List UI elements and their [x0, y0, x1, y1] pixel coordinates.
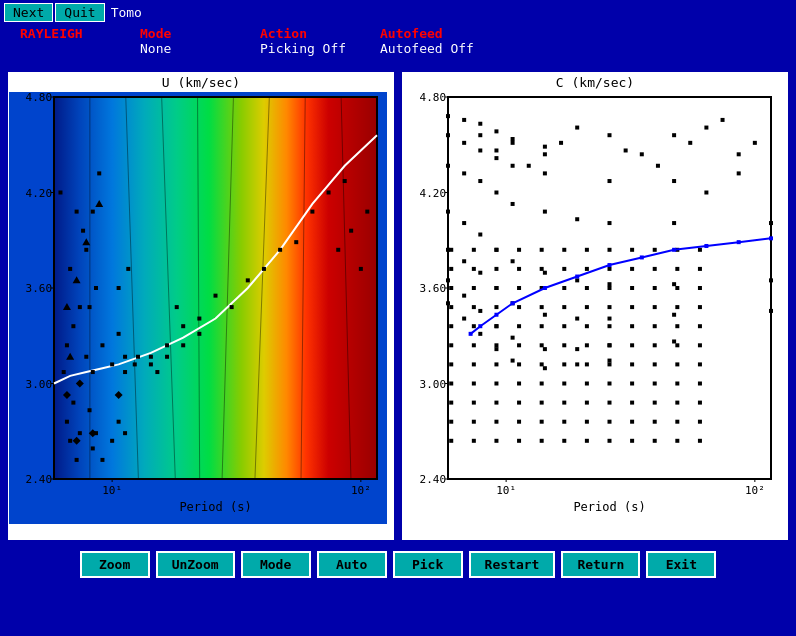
- autofeed-cell: Autofeed Autofeed Off: [380, 26, 500, 70]
- exit-button[interactable]: Exit: [646, 551, 716, 578]
- rayleigh-header: RAYLEIGH: [20, 26, 140, 41]
- mode-value: None: [140, 41, 260, 56]
- auto-button[interactable]: Auto: [317, 551, 387, 578]
- autofeed-value: Autofeed Off: [380, 41, 500, 56]
- mode-button[interactable]: Mode: [241, 551, 311, 578]
- right-chart-title: C (km/sec): [403, 73, 787, 92]
- left-chart-canvas[interactable]: [9, 92, 387, 524]
- action-value: Picking Off: [260, 41, 380, 56]
- mode-header: Mode: [140, 26, 260, 41]
- main-content: U (km/sec) C (km/sec): [0, 72, 796, 540]
- quit-button[interactable]: Quit: [55, 3, 104, 22]
- app-title: Tomo: [111, 5, 142, 20]
- unzoom-button[interactable]: UnZoom: [156, 551, 235, 578]
- action-header: Action: [260, 26, 380, 41]
- left-chart-panel: U (km/sec): [8, 72, 394, 540]
- rayleigh-cell: RAYLEIGH: [20, 26, 140, 70]
- button-bar: ZoomUnZoomModeAutoPickRestartReturnExit: [0, 540, 796, 588]
- action-cell: Action Picking Off: [260, 26, 380, 70]
- pick-button[interactable]: Pick: [393, 551, 463, 578]
- return-button[interactable]: Return: [561, 551, 640, 578]
- restart-button[interactable]: Restart: [469, 551, 556, 578]
- autofeed-header: Autofeed: [380, 26, 500, 41]
- left-chart-title: U (km/sec): [9, 73, 393, 92]
- top-menu-bar: Next Quit Tomo: [0, 0, 796, 24]
- mode-cell: Mode None: [140, 26, 260, 70]
- zoom-button[interactable]: Zoom: [80, 551, 150, 578]
- info-bar: RAYLEIGH Mode None Action Picking Off Au…: [0, 24, 796, 72]
- next-button[interactable]: Next: [4, 3, 53, 22]
- right-chart-canvas[interactable]: [403, 92, 781, 524]
- right-chart-panel: C (km/sec): [402, 72, 788, 540]
